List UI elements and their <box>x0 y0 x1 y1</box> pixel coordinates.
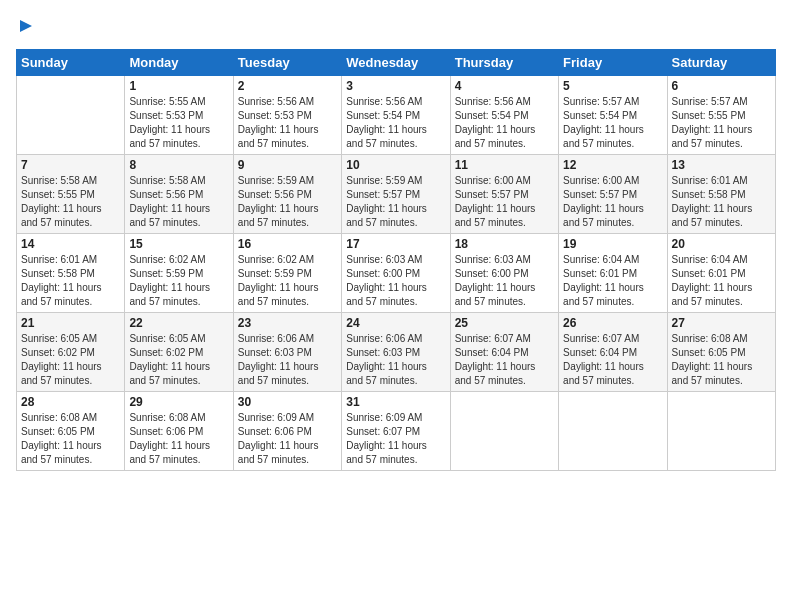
calendar-day-cell: 11Sunrise: 6:00 AM Sunset: 5:57 PM Dayli… <box>450 155 558 234</box>
day-info: Sunrise: 5:56 AM Sunset: 5:54 PM Dayligh… <box>455 95 554 151</box>
day-number: 18 <box>455 237 554 251</box>
calendar-day-cell: 9Sunrise: 5:59 AM Sunset: 5:56 PM Daylig… <box>233 155 341 234</box>
calendar-day-cell: 2Sunrise: 5:56 AM Sunset: 5:53 PM Daylig… <box>233 76 341 155</box>
calendar-day-cell: 5Sunrise: 5:57 AM Sunset: 5:54 PM Daylig… <box>559 76 667 155</box>
day-number: 25 <box>455 316 554 330</box>
day-info: Sunrise: 6:08 AM Sunset: 6:06 PM Dayligh… <box>129 411 228 467</box>
day-number: 24 <box>346 316 445 330</box>
weekday-header: Tuesday <box>233 50 341 76</box>
day-number: 3 <box>346 79 445 93</box>
calendar-day-cell: 4Sunrise: 5:56 AM Sunset: 5:54 PM Daylig… <box>450 76 558 155</box>
day-info: Sunrise: 6:07 AM Sunset: 6:04 PM Dayligh… <box>563 332 662 388</box>
day-info: Sunrise: 6:05 AM Sunset: 6:02 PM Dayligh… <box>129 332 228 388</box>
calendar-day-cell: 18Sunrise: 6:03 AM Sunset: 6:00 PM Dayli… <box>450 234 558 313</box>
calendar-day-cell: 15Sunrise: 6:02 AM Sunset: 5:59 PM Dayli… <box>125 234 233 313</box>
day-info: Sunrise: 5:56 AM Sunset: 5:54 PM Dayligh… <box>346 95 445 151</box>
calendar-day-cell: 31Sunrise: 6:09 AM Sunset: 6:07 PM Dayli… <box>342 392 450 471</box>
day-number: 9 <box>238 158 337 172</box>
day-number: 23 <box>238 316 337 330</box>
day-info: Sunrise: 6:01 AM Sunset: 5:58 PM Dayligh… <box>21 253 120 309</box>
day-number: 29 <box>129 395 228 409</box>
calendar-day-cell: 16Sunrise: 6:02 AM Sunset: 5:59 PM Dayli… <box>233 234 341 313</box>
calendar-day-cell: 13Sunrise: 6:01 AM Sunset: 5:58 PM Dayli… <box>667 155 775 234</box>
day-info: Sunrise: 6:02 AM Sunset: 5:59 PM Dayligh… <box>238 253 337 309</box>
day-info: Sunrise: 5:59 AM Sunset: 5:56 PM Dayligh… <box>238 174 337 230</box>
day-info: Sunrise: 6:09 AM Sunset: 6:07 PM Dayligh… <box>346 411 445 467</box>
day-number: 8 <box>129 158 228 172</box>
day-number: 13 <box>672 158 771 172</box>
calendar-day-cell: 24Sunrise: 6:06 AM Sunset: 6:03 PM Dayli… <box>342 313 450 392</box>
day-info: Sunrise: 5:57 AM Sunset: 5:55 PM Dayligh… <box>672 95 771 151</box>
calendar-day-cell: 22Sunrise: 6:05 AM Sunset: 6:02 PM Dayli… <box>125 313 233 392</box>
day-number: 26 <box>563 316 662 330</box>
calendar-day-cell: 17Sunrise: 6:03 AM Sunset: 6:00 PM Dayli… <box>342 234 450 313</box>
day-info: Sunrise: 6:02 AM Sunset: 5:59 PM Dayligh… <box>129 253 228 309</box>
day-info: Sunrise: 6:03 AM Sunset: 6:00 PM Dayligh… <box>455 253 554 309</box>
page-header <box>16 16 776 41</box>
day-info: Sunrise: 6:07 AM Sunset: 6:04 PM Dayligh… <box>455 332 554 388</box>
day-info: Sunrise: 5:56 AM Sunset: 5:53 PM Dayligh… <box>238 95 337 151</box>
day-number: 21 <box>21 316 120 330</box>
day-info: Sunrise: 5:59 AM Sunset: 5:57 PM Dayligh… <box>346 174 445 230</box>
day-number: 14 <box>21 237 120 251</box>
calendar-day-cell: 3Sunrise: 5:56 AM Sunset: 5:54 PM Daylig… <box>342 76 450 155</box>
day-number: 15 <box>129 237 228 251</box>
calendar-day-cell: 28Sunrise: 6:08 AM Sunset: 6:05 PM Dayli… <box>17 392 125 471</box>
day-info: Sunrise: 6:04 AM Sunset: 6:01 PM Dayligh… <box>672 253 771 309</box>
day-info: Sunrise: 6:00 AM Sunset: 5:57 PM Dayligh… <box>563 174 662 230</box>
day-info: Sunrise: 6:08 AM Sunset: 6:05 PM Dayligh… <box>21 411 120 467</box>
svg-marker-0 <box>20 20 32 32</box>
day-number: 27 <box>672 316 771 330</box>
calendar-table: SundayMondayTuesdayWednesdayThursdayFrid… <box>16 49 776 471</box>
day-info: Sunrise: 6:06 AM Sunset: 6:03 PM Dayligh… <box>346 332 445 388</box>
calendar-day-cell: 30Sunrise: 6:09 AM Sunset: 6:06 PM Dayli… <box>233 392 341 471</box>
day-number: 30 <box>238 395 337 409</box>
weekday-header: Monday <box>125 50 233 76</box>
weekday-header: Wednesday <box>342 50 450 76</box>
calendar-day-cell: 12Sunrise: 6:00 AM Sunset: 5:57 PM Dayli… <box>559 155 667 234</box>
day-number: 19 <box>563 237 662 251</box>
calendar-day-cell: 19Sunrise: 6:04 AM Sunset: 6:01 PM Dayli… <box>559 234 667 313</box>
calendar-day-cell: 10Sunrise: 5:59 AM Sunset: 5:57 PM Dayli… <box>342 155 450 234</box>
day-number: 16 <box>238 237 337 251</box>
calendar-week-row: 1Sunrise: 5:55 AM Sunset: 5:53 PM Daylig… <box>17 76 776 155</box>
calendar-day-cell: 6Sunrise: 5:57 AM Sunset: 5:55 PM Daylig… <box>667 76 775 155</box>
day-info: Sunrise: 5:58 AM Sunset: 5:56 PM Dayligh… <box>129 174 228 230</box>
weekday-header: Friday <box>559 50 667 76</box>
day-info: Sunrise: 6:03 AM Sunset: 6:00 PM Dayligh… <box>346 253 445 309</box>
calendar-day-cell <box>17 76 125 155</box>
day-number: 20 <box>672 237 771 251</box>
logo-arrow-icon <box>16 16 36 36</box>
calendar-day-cell: 26Sunrise: 6:07 AM Sunset: 6:04 PM Dayli… <box>559 313 667 392</box>
day-number: 10 <box>346 158 445 172</box>
day-number: 4 <box>455 79 554 93</box>
calendar-header-row: SundayMondayTuesdayWednesdayThursdayFrid… <box>17 50 776 76</box>
day-info: Sunrise: 6:06 AM Sunset: 6:03 PM Dayligh… <box>238 332 337 388</box>
day-number: 2 <box>238 79 337 93</box>
calendar-week-row: 21Sunrise: 6:05 AM Sunset: 6:02 PM Dayli… <box>17 313 776 392</box>
day-number: 7 <box>21 158 120 172</box>
calendar-day-cell <box>450 392 558 471</box>
day-info: Sunrise: 6:01 AM Sunset: 5:58 PM Dayligh… <box>672 174 771 230</box>
calendar-day-cell <box>667 392 775 471</box>
calendar-day-cell: 7Sunrise: 5:58 AM Sunset: 5:55 PM Daylig… <box>17 155 125 234</box>
calendar-day-cell: 8Sunrise: 5:58 AM Sunset: 5:56 PM Daylig… <box>125 155 233 234</box>
calendar-day-cell <box>559 392 667 471</box>
day-number: 22 <box>129 316 228 330</box>
day-info: Sunrise: 5:55 AM Sunset: 5:53 PM Dayligh… <box>129 95 228 151</box>
day-number: 17 <box>346 237 445 251</box>
weekday-header: Sunday <box>17 50 125 76</box>
day-info: Sunrise: 5:58 AM Sunset: 5:55 PM Dayligh… <box>21 174 120 230</box>
logo <box>16 16 36 41</box>
calendar-day-cell: 27Sunrise: 6:08 AM Sunset: 6:05 PM Dayli… <box>667 313 775 392</box>
calendar-week-row: 28Sunrise: 6:08 AM Sunset: 6:05 PM Dayli… <box>17 392 776 471</box>
day-number: 11 <box>455 158 554 172</box>
calendar-day-cell: 1Sunrise: 5:55 AM Sunset: 5:53 PM Daylig… <box>125 76 233 155</box>
day-number: 31 <box>346 395 445 409</box>
day-info: Sunrise: 5:57 AM Sunset: 5:54 PM Dayligh… <box>563 95 662 151</box>
day-info: Sunrise: 6:04 AM Sunset: 6:01 PM Dayligh… <box>563 253 662 309</box>
calendar-day-cell: 23Sunrise: 6:06 AM Sunset: 6:03 PM Dayli… <box>233 313 341 392</box>
calendar-day-cell: 20Sunrise: 6:04 AM Sunset: 6:01 PM Dayli… <box>667 234 775 313</box>
day-number: 6 <box>672 79 771 93</box>
day-number: 1 <box>129 79 228 93</box>
